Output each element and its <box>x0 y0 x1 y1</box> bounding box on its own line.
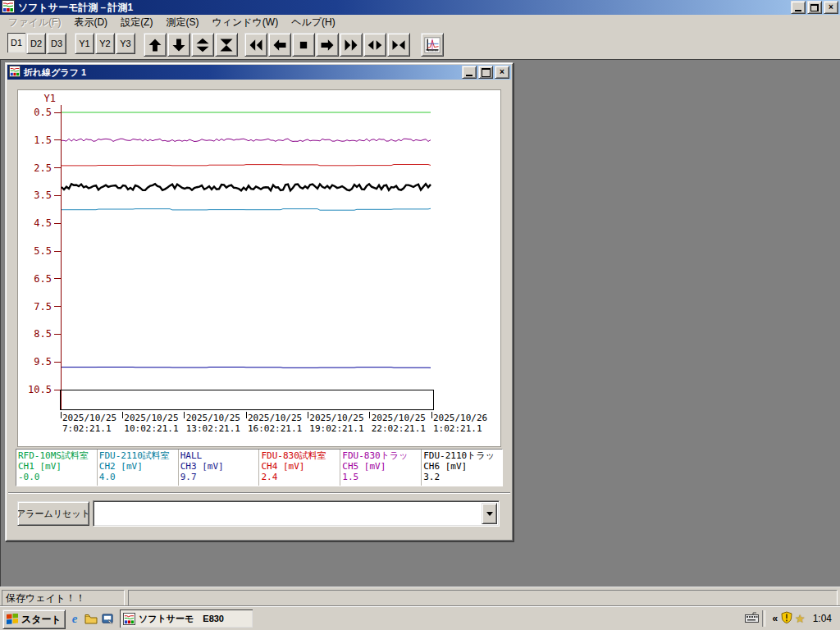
svg-text:2.5: 2.5 <box>34 162 52 174</box>
graph-close-button[interactable]: × <box>495 66 509 79</box>
separator <box>8 492 510 494</box>
compress-horizontal-button[interactable] <box>387 33 410 57</box>
svg-text:13:02:21.1: 13:02:21.1 <box>186 423 240 434</box>
menu-bar: ファイル(F) 表示(D) 設定(Z) 測定(S) ウィンドウ(W) ヘルプ(H… <box>0 15 840 30</box>
chevron-down-icon <box>486 512 493 519</box>
svg-text:2025/10/25: 2025/10/25 <box>186 413 240 423</box>
svg-text:3.5: 3.5 <box>34 189 52 201</box>
combobox-dropdown-button[interactable] <box>482 503 497 524</box>
svg-text:1.5: 1.5 <box>34 135 52 146</box>
mdi-client-area: 折れ線グラフ 1 × 0.51.52.53.54.55.56.57.58.59.… <box>0 59 840 587</box>
triangles-apart-icon <box>367 37 383 53</box>
fast-forward-button[interactable] <box>340 33 363 57</box>
arrow-left-icon <box>272 37 288 53</box>
rewind-button[interactable] <box>244 33 267 57</box>
toolbar-d2-button[interactable]: D2 <box>26 33 46 54</box>
menu-window[interactable]: ウィンドウ(W) <box>205 14 285 31</box>
taskbar-app-label: ソフトサーモ E830 <box>139 613 224 625</box>
start-button[interactable]: スタート <box>2 609 66 629</box>
window-titlebar[interactable]: ソフトサーモ計測－計測1 × <box>0 0 840 15</box>
quicklaunch-folder-icon[interactable] <box>84 611 98 626</box>
menu-settings[interactable]: 設定(Z) <box>114 14 159 31</box>
svg-text:0.5: 0.5 <box>34 107 52 118</box>
legend-cell: FDU-2110トラッCH6 [mV]3.2 <box>422 450 502 486</box>
menu-help[interactable]: ヘルプ(H) <box>285 14 342 31</box>
start-label: スタート <box>21 613 62 627</box>
svg-text:6.5: 6.5 <box>34 273 52 285</box>
alarm-combobox-input[interactable] <box>95 503 480 524</box>
minimize-icon <box>795 10 801 11</box>
tray-divider <box>762 610 765 627</box>
svg-text:16:02:21.1: 16:02:21.1 <box>248 423 302 434</box>
graph-minimize-button[interactable] <box>462 66 477 79</box>
quicklaunch-explorer-icon[interactable] <box>100 611 115 626</box>
menu-file[interactable]: ファイル(F) <box>2 14 67 31</box>
scroll-up-button[interactable] <box>144 33 167 57</box>
toolbar-d3-button[interactable]: D3 <box>47 33 66 54</box>
graph-window-titlebar[interactable]: 折れ線グラフ 1 × <box>7 65 511 80</box>
svg-text:2025/10/25: 2025/10/25 <box>62 413 116 423</box>
tray-expand-button[interactable]: « <box>772 613 778 624</box>
line-chart-panel: 0.51.52.53.54.55.56.57.58.59.510.5Y12025… <box>17 89 501 447</box>
legend-cell: FDU-2110試料室CH2 [mV]4.0 <box>98 450 179 486</box>
maximize-icon <box>482 68 491 77</box>
svg-text:8.5: 8.5 <box>34 328 52 340</box>
svg-text:Y1: Y1 <box>44 93 56 104</box>
expand-horizontal-button[interactable] <box>363 33 386 57</box>
line-chart: 0.51.52.53.54.55.56.57.58.59.510.5Y12025… <box>18 90 500 446</box>
status-panel-right <box>128 590 838 606</box>
channel-legend: RFD-10MS試料室CH1 [mV]-0.0FDU-2110試料室CH2 [m… <box>16 449 503 486</box>
toolbar-y3-button[interactable]: Y3 <box>116 33 135 54</box>
compress-vertical-button[interactable] <box>215 33 238 57</box>
graph-maximize-button[interactable] <box>478 66 493 79</box>
graph-settings-button[interactable] <box>421 33 444 57</box>
legend-cell: RFD-10MS試料室CH1 [mV]-0.0 <box>16 450 98 486</box>
svg-text:9.5: 9.5 <box>34 356 52 368</box>
restore-icon <box>810 4 819 11</box>
legend-cell: FDU-830トラッCH5 [mV]1.5 <box>340 450 422 486</box>
menu-view[interactable]: 表示(D) <box>67 14 114 31</box>
close-button[interactable]: × <box>824 1 838 14</box>
close-icon: × <box>829 3 833 11</box>
minimize-icon <box>466 75 472 76</box>
svg-text:22:02:21.1: 22:02:21.1 <box>372 423 426 434</box>
step-right-button[interactable] <box>316 33 339 57</box>
app-icon <box>123 613 135 625</box>
toolbar-d1-button[interactable]: D1 <box>7 33 25 52</box>
legend-cell: HALLCH3 [mV]9.7 <box>179 450 260 486</box>
stop-icon <box>295 37 312 53</box>
security-shield-icon[interactable] <box>781 611 792 626</box>
quicklaunch-ie-icon[interactable]: e <box>67 611 82 626</box>
system-tray: « ★ 1:04 <box>745 609 838 628</box>
svg-text:2025/10/25: 2025/10/25 <box>372 413 426 423</box>
graph-window: 折れ線グラフ 1 × 0.51.52.53.54.55.56.57.58.59.… <box>5 62 514 541</box>
graph-icon <box>424 37 441 53</box>
svg-text:7:02:21.1: 7:02:21.1 <box>62 423 112 434</box>
expand-vertical-button[interactable] <box>191 33 214 57</box>
graph-window-title: 折れ線グラフ 1 <box>24 66 460 79</box>
svg-text:2025/10/25: 2025/10/25 <box>124 413 178 423</box>
toolbar-y2-button[interactable]: Y2 <box>95 33 115 54</box>
svg-text:1:02:21.1: 1:02:21.1 <box>433 423 482 434</box>
arrow-right-icon <box>319 37 336 53</box>
keyboard-icon[interactable] <box>745 612 759 625</box>
double-right-icon <box>343 37 359 53</box>
hourglass-icon <box>218 37 235 53</box>
menu-measure[interactable]: 測定(S) <box>159 14 205 31</box>
minimize-button[interactable] <box>791 1 806 14</box>
status-bar: 保存ウェイト！！ <box>0 587 840 607</box>
clock[interactable]: 1:04 <box>813 613 832 624</box>
restore-button[interactable] <box>807 1 822 14</box>
svg-text:19:02:21.1: 19:02:21.1 <box>309 423 363 434</box>
scroll-down-button[interactable] <box>167 33 190 57</box>
step-left-button[interactable] <box>268 33 291 57</box>
toolbar-y1-button[interactable]: Y1 <box>75 33 94 54</box>
stop-button[interactable] <box>292 33 315 57</box>
star-icon[interactable]: ★ <box>795 612 806 625</box>
double-left-icon <box>248 37 264 53</box>
app-icon <box>2 0 15 16</box>
alarm-reset-button[interactable]: アラームリセット <box>17 501 89 526</box>
alarm-combobox[interactable] <box>93 500 500 527</box>
toolbar: D1 D2 D3 Y1 Y2 Y3 <box>0 30 840 61</box>
taskbar-app-button[interactable]: ソフトサーモ E830 <box>120 609 253 628</box>
